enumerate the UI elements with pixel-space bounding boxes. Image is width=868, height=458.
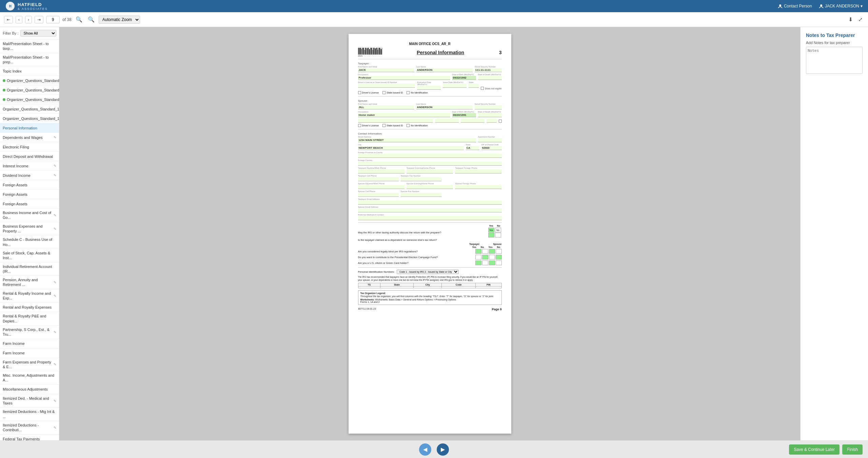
pin-section: Personal Identification Numbers: Code 1 …: [358, 270, 502, 288]
zoom-in-button[interactable]: 🔍: [86, 15, 96, 24]
sidebar-item-schedule-c[interactable]: Schedule C - Business Use of Ho...: [0, 235, 59, 249]
spouse-email-value: [358, 208, 502, 212]
sidebar-item-partnership[interactable]: Partnership, S Corp., Est., & Tru...✎: [0, 326, 59, 339]
irs-discuss-yes[interactable]: Yes: [488, 228, 494, 232]
tp-citizen-yes[interactable]: [475, 261, 481, 265]
zoom-select[interactable]: Automatic Zoom 50%75%100%125%150%: [99, 16, 140, 24]
notes-textarea[interactable]: [806, 47, 863, 74]
sidebar-item-organizer-q5[interactable]: Organizer_Questions_Standard_1: [0, 114, 59, 123]
spouse-first-name-value: JILL: [358, 105, 414, 109]
taxpayer-issue-label: Issue Date (Mo/Da/Yr): [443, 81, 467, 83]
sidebar-item-misc-income[interactable]: Misc. Income, Adjustments and A...: [0, 371, 59, 385]
irs-discuss-no2[interactable]: [495, 233, 501, 237]
sidebar-item-foreign-assets2[interactable]: Foreign Assets: [0, 190, 59, 199]
sidebar-item-misc-adjustments[interactable]: Miscellaneous Adjustments: [0, 385, 59, 394]
sidebar-item-farm-expenses[interactable]: Farm Expenses and Property & E...✎: [0, 358, 59, 372]
tp-pres-yes[interactable]: [475, 255, 481, 259]
sidebar-item-organizer-q2[interactable]: Organizer_Questions_Standard_1✎: [0, 85, 59, 95]
sidebar-item-foreign-assets1[interactable]: Foreign Assets: [0, 180, 59, 190]
sidebar-item-direct-deposit[interactable]: Direct Deposit and Withdrawal: [0, 152, 59, 161]
tp-legally-blind-no[interactable]: [482, 249, 488, 254]
download-button[interactable]: ⬇: [847, 15, 854, 24]
page-input[interactable]: 9: [46, 16, 60, 23]
sp-legally-blind-no[interactable]: [496, 249, 502, 254]
apartment-value: [478, 138, 502, 142]
sidebar-item-itemized-ded-contrib[interactable]: Itemized Deductions - Contributi...✎: [0, 421, 59, 435]
spouse-ssn-field: Social Security Number: [475, 103, 502, 109]
zoom-out-button[interactable]: 🔍: [74, 15, 84, 24]
irs-discuss-no[interactable]: No: [495, 228, 501, 232]
contact-person[interactable]: Contact Person: [778, 4, 812, 8]
expand-button[interactable]: ⤢: [857, 15, 864, 24]
sidebar-item-pension-annuity[interactable]: Pension, Annuity and Retirement ...✎: [0, 276, 59, 289]
sidebar-item-interest-income[interactable]: Interest Income✎: [0, 161, 59, 171]
taxpayer-dl-row: Driver's License or State-Issued ID Numb…: [358, 81, 502, 90]
sidebar-item-farm-income1[interactable]: Farm Income: [0, 339, 59, 349]
sidebar-item-itemized-ded-mtg[interactable]: Itemized Deductions - Mtg Int & ...: [0, 408, 59, 421]
filter-select[interactable]: Show All Completed Incomplete: [20, 30, 56, 37]
sidebar-item-dividend-income[interactable]: Dividend Income✎: [0, 171, 59, 180]
user-menu[interactable]: JACK ANDERSON ▾: [819, 4, 863, 8]
tp-citizen-no[interactable]: [482, 261, 488, 265]
sp-citizen-no[interactable]: [496, 261, 502, 265]
sidebar-item-electronic-filing[interactable]: Electronic Filing: [0, 142, 59, 152]
next-page-button[interactable]: ›: [25, 16, 32, 23]
sidebar-item-itemized-ded-med[interactable]: Itemized Ded. - Medical and Taxes✎: [0, 394, 59, 408]
save-continue-button[interactable]: Save & Continue Later: [789, 444, 840, 455]
sidebar-item-dependents-wages[interactable]: Dependents and Wages✎: [0, 133, 59, 142]
prev-page-button[interactable]: ‹: [16, 16, 22, 23]
sidebar-item-mail-pres-prep[interactable]: Mail/Presentation Sheet - to prep...: [0, 53, 59, 67]
svg-text:H: H: [9, 4, 11, 8]
irs-discuss-yes2[interactable]: [488, 233, 494, 237]
barcode: 2023: [358, 48, 382, 57]
spouse-cell-value: [358, 193, 399, 197]
spouse-dod-value: [478, 113, 502, 117]
pin-col-code: Code: [442, 283, 476, 287]
sp-pres-no[interactable]: [496, 255, 502, 259]
sidebar-item-topic-index[interactable]: Topic Index: [0, 66, 59, 76]
finish-button[interactable]: Finish: [842, 444, 863, 455]
sidebar-item-rental-royalty-pae[interactable]: Rental & Royalty P&E and Depleti...: [0, 312, 59, 326]
sidebar-item-foreign-assets3[interactable]: Foreign Assets: [0, 199, 59, 209]
sidebar-item-federal-tax[interactable]: Federal Tax Payments: [0, 435, 59, 441]
spouse-ssn-value: [475, 105, 502, 109]
sidebar-item-individual-retirement[interactable]: Individual Retirement Account (IR...: [0, 263, 59, 276]
claimed-dependent-text: Is the taxpayer claimed as a dependent o…: [358, 238, 502, 242]
sidebar-item-organizer-q4[interactable]: Organizer_Questions_Standard_1✎: [0, 104, 59, 114]
prev-nav-button[interactable]: ◀: [419, 443, 431, 456]
sidebar-item-personal-info[interactable]: Personal Information: [0, 123, 59, 133]
sidebar-item-rental-royalty[interactable]: Rental & Royalty Income and Exp...✎: [0, 289, 59, 303]
sp-citizen-yes[interactable]: [489, 261, 495, 265]
pin-city-cell: [414, 287, 442, 288]
sidebar-item-rental-royalty-exp[interactable]: Rental and Royalty Expenses: [0, 303, 59, 312]
right-panel: Notes to Tax Preparer Add Notes for tax …: [800, 27, 868, 440]
sidebar-filter: Filter By : Show All Completed Incomplet…: [0, 27, 59, 40]
spacer-field: [443, 175, 502, 181]
tp-pres-no[interactable]: [482, 255, 488, 259]
presidential-campaign-row: Do you want to contribute to the Preside…: [358, 255, 502, 259]
foreign-province-value: [358, 154, 502, 158]
sidebar-item-mail-pres-taxpayer[interactable]: Mail/Presentation Sheet - to taxp...: [0, 40, 59, 53]
tp-legally-blind-yes[interactable]: [475, 249, 481, 254]
first-page-button[interactable]: ⇤: [4, 16, 13, 23]
city-state-row: City NEWPORT BEACH State CA ZIP or Posta…: [358, 144, 502, 150]
sp-pres-yes[interactable]: [489, 255, 495, 259]
taxpayer-exp-label: Expiration Date (Mo/Da/Yr): [417, 81, 441, 85]
next-nav-button[interactable]: ▶: [437, 443, 449, 456]
last-page-button[interactable]: ⇥: [35, 16, 43, 23]
sidebar-item-farm-income2[interactable]: Farm Income: [0, 349, 59, 358]
sidebar-item-organizer-q1[interactable]: Organizer_Questions_Standard_1✎: [0, 76, 59, 85]
preferred-contact-row: Preferred Method of Contact: [358, 214, 502, 220]
irs-pin-text: The IRS has recommended that taxpayers h…: [358, 275, 502, 282]
svg-point-3: [820, 4, 822, 6]
sidebar-item-business-income-cog[interactable]: Business Income and Cost of Go...✎: [0, 209, 59, 222]
edit-icon: ✎: [54, 136, 56, 139]
presidential-campaign-answers: [475, 255, 502, 259]
sidebar-item-business-expenses[interactable]: Business Expenses and Property ...✎: [0, 222, 59, 236]
sidebar-item-sale-stock[interactable]: Sale of Stock, Cap. Assets & Inst...: [0, 249, 59, 263]
user-icon: [819, 4, 824, 8]
sp-legally-blind-yes[interactable]: [489, 249, 495, 254]
sidebar-item-organizer-q3[interactable]: Organizer_Questions_Standard_1✎: [0, 95, 59, 104]
spouse-state-field: [487, 119, 497, 123]
pin-code-select[interactable]: Code 1 - Issued by IRS 2 - Issued by Sta…: [397, 270, 459, 274]
